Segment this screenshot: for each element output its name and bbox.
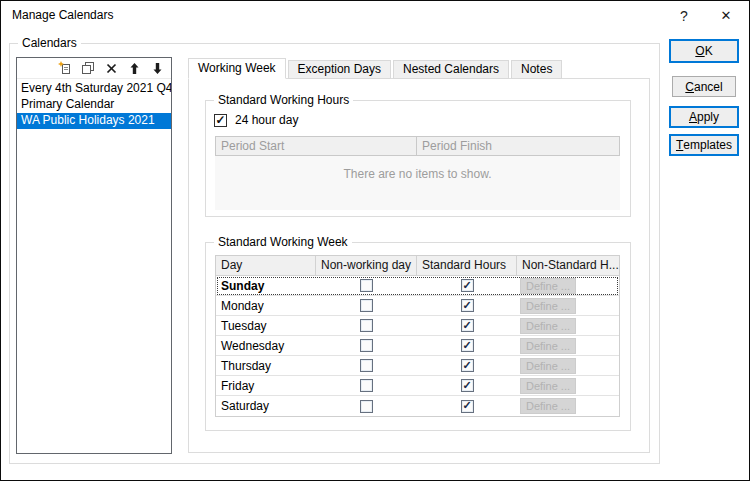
tab-exception-days[interactable]: Exception Days [288,60,391,79]
table-row-tuesday[interactable]: Tuesday Define ... [216,316,619,336]
table-row-saturday[interactable]: Saturday Define ... [216,396,619,416]
calendar-listbox[interactable]: Every 4th Saturday 2021 Q4 Primary Calen… [16,57,172,454]
move-up-icon[interactable] [127,61,141,75]
calendars-group-label: Calendars [18,36,81,50]
close-icon[interactable]: ✕ [715,5,737,26]
standard-working-week-label: Standard Working Week [214,235,352,249]
standard-hours-checkbox[interactable] [461,400,474,413]
standard-hours-checkbox[interactable] [461,319,474,332]
day-label: Sunday [216,279,316,293]
standard-working-week-group: Standard Working Week Day Non-working da… [205,242,631,431]
day-label: Monday [216,299,316,313]
table-row-monday[interactable]: Monday Define ... [216,296,619,316]
day-label: Wednesday [216,339,316,353]
templates-button[interactable]: Templates [669,134,739,156]
tab-working-week[interactable]: Working Week [188,58,286,79]
working-week-table-header: Day Non-working day Standard Hours Non-S… [216,256,619,276]
new-calendar-icon[interactable] [58,61,72,75]
day-label: Saturday [216,399,316,413]
day-label: Friday [216,379,316,393]
table-row-thursday[interactable]: Thursday Define ... [216,356,619,376]
non-working-day-checkbox[interactable] [360,359,373,372]
standard-working-hours-label: Standard Working Hours [214,93,353,107]
table-row-sunday[interactable]: Sunday Define ... [216,276,619,296]
working-week-table: Day Non-working day Standard Hours Non-S… [215,255,620,417]
column-header-period-start[interactable]: Period Start [216,137,416,155]
manage-calendars-dialog: Manage Calendars ? ✕ Calendars [0,0,750,481]
day-label: Thursday [216,359,316,373]
day-label: Tuesday [216,319,316,333]
standard-hours-checkbox[interactable] [461,359,474,372]
move-down-icon[interactable] [150,61,164,75]
non-working-day-checkbox[interactable] [360,299,373,312]
non-working-day-checkbox[interactable] [360,279,373,292]
calendar-list-item[interactable]: Primary Calendar [17,97,171,113]
tab-nested-calendars[interactable]: Nested Calendars [393,60,509,79]
table-row-wednesday[interactable]: Wednesday Define ... [216,336,619,356]
column-header-period-finish[interactable]: Period Finish [416,137,619,155]
non-working-day-checkbox[interactable] [360,319,373,332]
column-header-day[interactable]: Day [216,256,316,275]
column-header-standard-hours[interactable]: Standard Hours [417,256,517,275]
define-button: Define ... [520,298,576,314]
help-icon[interactable]: ? [673,5,695,26]
working-hours-table-header: Period Start Period Finish [215,136,620,156]
define-button: Define ... [520,318,576,334]
standard-hours-checkbox[interactable] [461,279,474,292]
24-hour-day-label: 24 hour day [235,113,298,127]
calendar-list: Every 4th Saturday 2021 Q4 Primary Calen… [17,79,171,129]
standard-hours-checkbox[interactable] [461,299,474,312]
copy-calendar-icon[interactable] [81,61,95,75]
ok-button[interactable]: OK [669,39,739,63]
column-header-non-standard-hours[interactable]: Non-Standard H... [517,256,619,275]
calendar-list-item[interactable]: WA Public Holidays 2021 [17,113,171,129]
calendars-group: Calendars [9,43,660,464]
delete-calendar-icon[interactable] [104,61,118,75]
working-week-tab-panel: Standard Working Hours 24 hour day Perio… [188,78,650,453]
working-hours-empty-message: There are no items to show. [215,156,620,210]
table-row-friday[interactable]: Friday Define ... [216,376,619,396]
dialog-title: Manage Calendars [12,8,113,22]
tabstrip: Working Week Exception Days Nested Calen… [188,58,564,79]
non-working-day-checkbox[interactable] [360,400,373,413]
column-header-non-working-day[interactable]: Non-working day [316,256,417,275]
define-button: Define ... [520,398,576,414]
define-button: Define ... [520,278,576,294]
apply-button[interactable]: Apply [669,106,739,128]
tab-notes[interactable]: Notes [511,60,562,79]
define-button: Define ... [520,338,576,354]
non-working-day-checkbox[interactable] [360,379,373,392]
define-button: Define ... [520,358,576,374]
standard-hours-checkbox[interactable] [461,379,474,392]
working-hours-table: Period Start Period Finish There are no … [215,136,620,210]
24-hour-day-row: 24 hour day [214,113,298,127]
24-hour-day-checkbox[interactable] [214,114,227,127]
standard-working-hours-group: Standard Working Hours 24 hour day Perio… [205,100,631,217]
calendar-list-item[interactable]: Every 4th Saturday 2021 Q4 [17,81,171,97]
non-working-day-checkbox[interactable] [360,339,373,352]
calendar-list-toolbar [17,58,171,79]
cancel-button[interactable]: Cancel [672,76,736,97]
standard-hours-checkbox[interactable] [461,339,474,352]
define-button: Define ... [520,378,576,394]
